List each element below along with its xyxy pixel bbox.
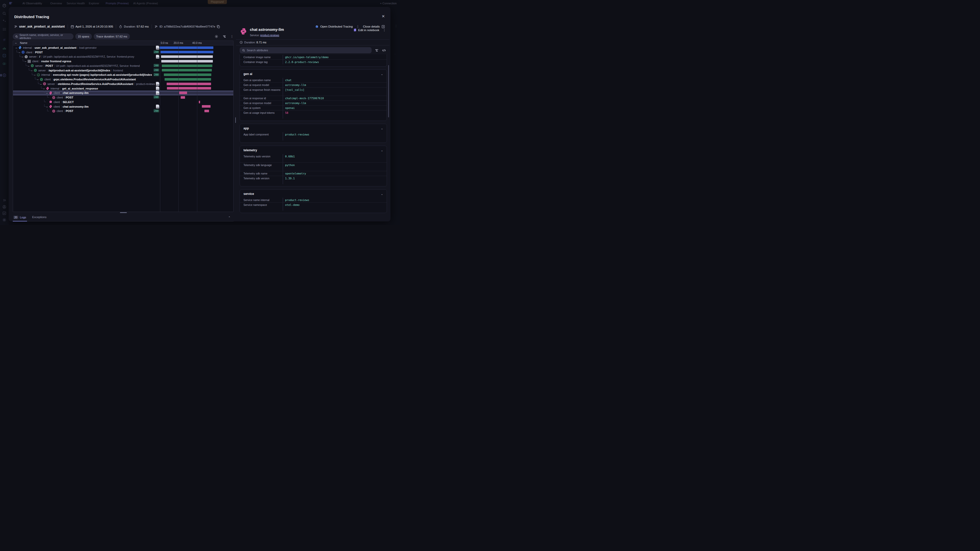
chevron-up-icon[interactable]: ⌃	[228, 216, 231, 219]
log-badge[interactable]: LOG	[156, 105, 159, 108]
span-row[interactable]: –clientPOST200	[13, 50, 233, 55]
span-row[interactable]: –serveroteldemo.ProductReviewService.Ask…	[13, 82, 233, 86]
span-duration-bar[interactable]	[167, 83, 211, 85]
span-row[interactable]: –serverPOSTUrl path: /api/product-ask-ai…	[13, 64, 233, 68]
log-badge[interactable]: LOG	[156, 46, 159, 49]
attribute-row[interactable]: Container image tag2.2.0-product-reviews	[240, 59, 387, 64]
attribute-row[interactable]: Telemetry auto version0.60b1	[240, 154, 387, 162]
span-row[interactable]: –clientchat astronomy-llmLOG	[13, 104, 233, 109]
attribute-row[interactable]: App label componentproduct-reviews	[240, 132, 387, 141]
collapse-toggle[interactable]: –	[34, 73, 37, 76]
attribute-value: [tool_calls]	[283, 87, 387, 96]
collapse-toggle[interactable]: –	[37, 78, 40, 81]
filter-icon[interactable]	[223, 35, 226, 38]
span-duration-bar[interactable]	[164, 73, 212, 76]
span-row[interactable]: –JSinternalexecuting api route (pages) /…	[13, 73, 233, 77]
attribute-row[interactable]: Telemetry sdk nameopentelemetry	[240, 171, 387, 176]
attribute-row[interactable]: Gen ai response finish reasons[tool_call…	[240, 87, 387, 96]
collapse-toggle[interactable]: –	[22, 55, 24, 58]
span-duration-bar[interactable]	[204, 110, 209, 112]
chevron-down-icon[interactable]: ⌄	[381, 192, 383, 195]
chevron-down-icon[interactable]: ⌄	[381, 73, 383, 76]
trace-name-group[interactable]: user_ask_product_ai_assistant	[14, 25, 68, 28]
span-duration-bar[interactable]	[179, 92, 187, 94]
span-duration-bar[interactable]	[162, 65, 212, 67]
collapse-toggle[interactable]: –	[46, 91, 49, 94]
attribute-row[interactable]: Container image nameghcr.io/open-telemet…	[240, 55, 387, 59]
span-row[interactable]: –internalget_ai_assistant_responseLOG	[13, 86, 233, 91]
log-badge[interactable]: LOG	[156, 91, 159, 95]
attribute-search-input[interactable]: Search attributes	[240, 47, 372, 53]
gear-icon[interactable]	[215, 35, 218, 38]
edit-in-notebook-button[interactable]: Edit in notebook	[353, 28, 379, 32]
attribute-row[interactable]: Service name internalproduct-reviews	[240, 198, 387, 202]
collapse-toggle[interactable]: –	[31, 69, 34, 72]
close-icon[interactable]: ✕	[382, 14, 385, 19]
chevron-down-icon[interactable]: ⌄	[381, 127, 383, 130]
panel-drag-handle[interactable]	[235, 118, 236, 123]
span-row[interactable]: clientPOST200	[13, 109, 233, 114]
chevron-down-icon[interactable]: ⌄	[381, 149, 383, 152]
log-badge[interactable]: LOG	[156, 82, 159, 86]
span-search-input[interactable]: Search name, endpoint, service, or attri…	[13, 33, 73, 40]
span-row[interactable]: –clientgrpc.oteldemo.ProductReviewServic…	[13, 77, 233, 82]
span-row[interactable]: clientPOST200	[13, 95, 233, 100]
attribute-row[interactable]: Gen ai response modelastronomy-llm	[240, 100, 387, 105]
section-header[interactable]: gen ai⌄	[240, 70, 387, 78]
status-badge[interactable]: 200	[153, 73, 159, 76]
copy-icon[interactable]	[217, 25, 220, 28]
attribute-row[interactable]: Gen ai request modelastronomy-llm	[240, 83, 387, 87]
attribute-row[interactable]: Telemetry sdk languagepython	[240, 162, 387, 171]
span-row[interactable]: –server/Url path: /api/product-ask-ai-as…	[13, 55, 233, 59]
tab-exceptions[interactable]: Exceptions	[32, 216, 46, 219]
attribute-row[interactable]: Service namespaceotel-demo	[240, 202, 387, 211]
status-badge[interactable]: 200	[153, 95, 159, 99]
log-badge[interactable]: LOG	[156, 55, 159, 59]
kebab-icon[interactable]: ⋮	[383, 29, 386, 32]
status-badge[interactable]: 200	[153, 68, 159, 72]
collapse-toggle[interactable]: –	[28, 64, 30, 67]
attributes-scroll-area[interactable]: Container image nameghcr.io/open-telemet…	[240, 54, 387, 216]
span-duration-bar[interactable]	[167, 87, 211, 89]
span-duration-bar[interactable]	[161, 56, 213, 58]
span-row-selected[interactable]: –clientchat astronomy-llmLOG	[13, 91, 233, 95]
span-row[interactable]: –server/api/product-ask-ai-assistant/[pr…	[13, 68, 233, 73]
filter-toggle-icon[interactable]	[375, 48, 379, 52]
status-badge[interactable]: 200	[153, 64, 159, 67]
span-duration-bar[interactable]	[160, 46, 213, 49]
collapse-toggle[interactable]: –	[19, 51, 21, 54]
attribute-row[interactable]: Gen ai response idchatcmpl-mock-17750676…	[240, 96, 387, 100]
span-row[interactable]: clientSELECT	[13, 100, 233, 104]
tab-logs[interactable]: 20 Logs	[13, 216, 26, 219]
collapse-toggle[interactable]: –	[25, 60, 27, 63]
span-row[interactable]: –internaluser_ask_product_ai_assistantlo…	[13, 45, 233, 50]
span-duration-bar[interactable]	[162, 69, 212, 71]
attribute-row[interactable]: Gen ai operation namechat	[240, 78, 387, 83]
attribute-row[interactable]: Gen ai usage input tokens58	[240, 110, 387, 119]
status-badge[interactable]: 200	[153, 109, 159, 113]
section-header[interactable]: app⌄	[240, 124, 387, 132]
service-link[interactable]: product-reviews	[260, 34, 279, 37]
span-row[interactable]: –clientrouter frontend egress	[13, 59, 233, 64]
collapse-all-toggle[interactable]: –	[15, 41, 18, 44]
span-duration-bar[interactable]	[161, 60, 213, 62]
span-duration-bar[interactable]	[202, 105, 211, 108]
collapse-toggle[interactable]: –	[16, 46, 18, 49]
section-header[interactable]: telemetry⌄	[240, 146, 387, 154]
span-duration-bar[interactable]	[181, 96, 185, 99]
collapse-toggle[interactable]: –	[40, 83, 43, 86]
log-badge[interactable]: LOG	[156, 86, 159, 90]
section-header[interactable]: service⌄	[240, 189, 387, 198]
status-badge[interactable]: 200	[153, 50, 159, 54]
code-view-icon[interactable]	[382, 48, 386, 52]
kebab-icon[interactable]: ⋮	[231, 35, 234, 38]
collapse-toggle[interactable]: –	[46, 105, 49, 108]
attribute-row[interactable]: Gen ai systemopenai	[240, 105, 387, 110]
attribute-row[interactable]: Telemetry sdk version1.39.1	[240, 176, 387, 184]
span-duration-bar[interactable]	[161, 51, 213, 53]
resize-handle[interactable]	[120, 212, 127, 213]
collapse-toggle[interactable]: –	[43, 87, 46, 90]
span-duration-bar[interactable]	[165, 78, 211, 81]
span-duration-bar[interactable]	[199, 101, 200, 103]
scrollbar-thumb[interactable]	[388, 65, 389, 118]
